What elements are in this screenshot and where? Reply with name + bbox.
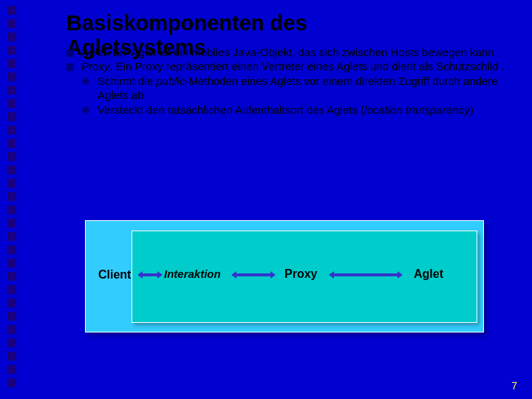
sub-bullet-item: Versteckt den tatsächlichen Aufenthaltso… bbox=[83, 103, 521, 117]
sub-bullet-text: Versteckt den tatsächlichen Aufenthaltso… bbox=[98, 103, 521, 117]
sub-bullet-text: Schirmt die public-Methoden eines Aglets… bbox=[98, 75, 521, 103]
bullet-square-icon bbox=[66, 50, 74, 57]
bullet-diamond-icon bbox=[81, 78, 89, 86]
bullet-diamond-icon bbox=[81, 106, 89, 114]
bullet-item: Proxy. Ein Proxy repräsentiert einen Ver… bbox=[66, 60, 521, 74]
svg-marker-2 bbox=[329, 271, 403, 279]
bullet-text: Proxy. Ein Proxy repräsentiert einen Ver… bbox=[81, 60, 521, 74]
title-line-1: Basiskomponenten des bbox=[66, 11, 307, 35]
diagram-client-label: Client bbox=[98, 268, 131, 282]
page-number: 7 bbox=[511, 380, 517, 392]
svg-marker-1 bbox=[231, 271, 276, 279]
diagram-proxy-label: Proxy bbox=[284, 267, 317, 281]
arrow-double-icon bbox=[231, 271, 276, 279]
bullet-list: Aglet. Ein Aglet ist ein mobiles Java-Ob… bbox=[66, 46, 521, 117]
diagram-aglet-label: Aglet bbox=[414, 267, 443, 281]
diagram-interaktion-label: Interaktion bbox=[164, 267, 221, 280]
svg-marker-0 bbox=[137, 271, 163, 279]
side-decor bbox=[7, 6, 16, 387]
arrow-double-icon bbox=[137, 271, 163, 279]
sub-bullet-item: Schirmt die public-Methoden eines Aglets… bbox=[83, 75, 521, 103]
arrow-double-icon bbox=[329, 271, 403, 279]
bullet-item: Aglet. Ein Aglet ist ein mobiles Java-Ob… bbox=[66, 46, 521, 60]
bullet-square-icon bbox=[66, 64, 74, 71]
bullet-text: Aglet. Ein Aglet ist ein mobiles Java-Ob… bbox=[81, 46, 521, 60]
